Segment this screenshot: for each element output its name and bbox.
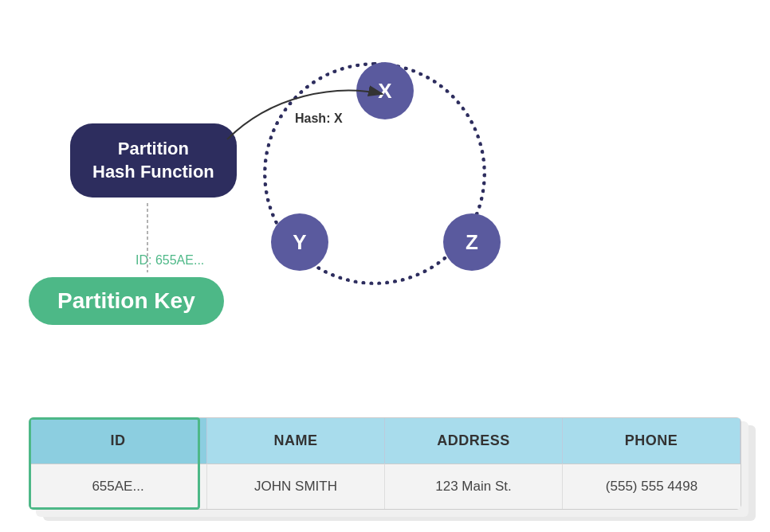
partition-key-pill: Partition Key — [29, 277, 224, 325]
table-header-id: ID — [29, 418, 207, 464]
table-header-address: ADDRESS — [385, 418, 563, 464]
node-z: Z — [443, 213, 501, 271]
hash-function-box: PartitionHash Function — [70, 123, 237, 198]
table-header-phone: PHONE — [563, 418, 741, 464]
table-header-name: NAME — [207, 418, 385, 464]
id-label: ID: 655AE... — [136, 253, 204, 268]
table-area: ID NAME ADDRESS PHONE 655AE... — [29, 417, 741, 510]
table-main: ID NAME ADDRESS PHONE 655AE... — [29, 417, 741, 510]
table-cell-name: JOHN SMITH — [207, 464, 385, 509]
node-y: Y — [271, 213, 328, 271]
table-stack: ID NAME ADDRESS PHONE 655AE... — [29, 417, 741, 510]
diagram-area: X Y Z Hash: X PartitionHash Function ID:… — [0, 0, 770, 532]
table-cell-phone: (555) 555 4498 — [563, 464, 741, 509]
node-x: X — [356, 62, 414, 119]
table-cell-id: 655AE... — [29, 464, 207, 509]
table-cell-address: 123 Main St. — [385, 464, 563, 509]
table-grid: ID NAME ADDRESS PHONE 655AE... — [29, 417, 741, 510]
hash-label: Hash: X — [295, 111, 343, 126]
